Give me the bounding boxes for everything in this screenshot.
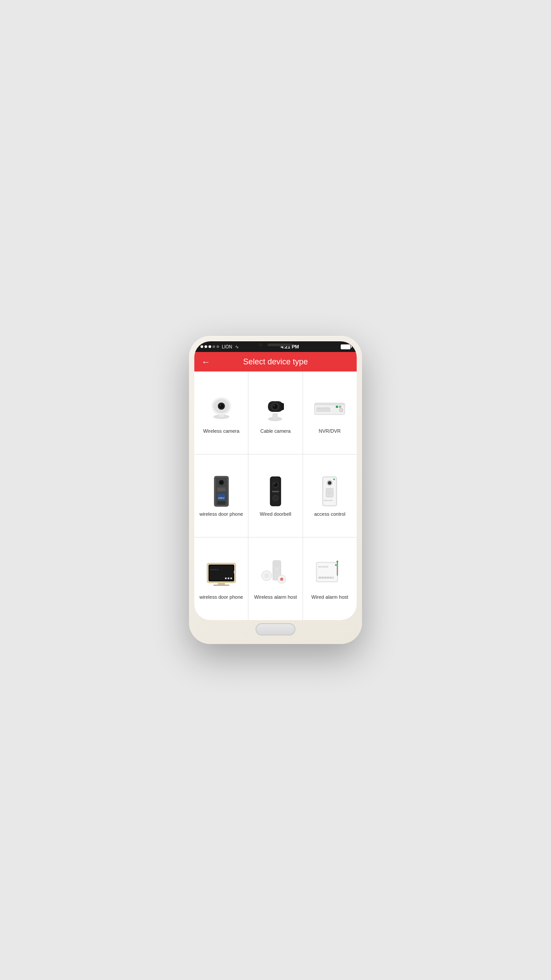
svg-point-80 bbox=[335, 564, 337, 566]
cable-camera-image bbox=[258, 392, 293, 424]
speaker-grille bbox=[268, 344, 292, 346]
signal-dot-3 bbox=[209, 345, 211, 348]
phone-shell: LION ∿ 4:21 PM ← Select device type bbox=[189, 336, 362, 644]
svg-rect-51 bbox=[209, 565, 233, 581]
svg-point-24 bbox=[220, 481, 223, 484]
wired-alarm-host-label: Wired alarm host bbox=[311, 594, 348, 600]
wireless-door-phone-2-label: wireless door phone bbox=[199, 594, 243, 600]
device-grid: Wireless camera bbox=[194, 371, 357, 620]
signal-dot-5 bbox=[216, 345, 219, 348]
svg-point-38 bbox=[273, 496, 278, 500]
top-bar: ← Select device type bbox=[194, 352, 357, 371]
svg-text:HIKV: HIKV bbox=[218, 497, 224, 499]
access-control-image: HIKVISION bbox=[312, 475, 347, 507]
access-control-label: access control bbox=[314, 511, 345, 517]
svg-rect-78 bbox=[327, 577, 329, 578]
signal-dot-2 bbox=[205, 345, 207, 348]
wireless-door-phone-image: HIKV bbox=[204, 475, 239, 507]
svg-rect-60 bbox=[274, 562, 280, 566]
wifi-icon: ∿ bbox=[235, 344, 239, 349]
wired-doorbell-image bbox=[258, 475, 293, 507]
svg-point-62 bbox=[276, 568, 278, 571]
wireless-alarm-host-label: Wireless alarm host bbox=[254, 594, 297, 600]
svg-point-6 bbox=[220, 405, 221, 406]
device-cell-wired-doorbell[interactable]: Wired doorbell bbox=[248, 454, 302, 537]
phone-notch bbox=[259, 343, 292, 347]
svg-rect-15 bbox=[315, 403, 345, 405]
svg-rect-36 bbox=[272, 491, 279, 492]
device-cell-wireless-door-phone[interactable]: HIKV wireless door phone bbox=[194, 454, 248, 537]
status-left: LION ∿ bbox=[201, 344, 239, 349]
svg-point-43 bbox=[328, 481, 330, 482]
nvr-dvr-label: NVR/DVR bbox=[319, 428, 341, 434]
wireless-door-phone-label: wireless door phone bbox=[199, 511, 243, 517]
signal-dot-4 bbox=[213, 345, 215, 348]
svg-point-35 bbox=[274, 483, 275, 484]
nvr-dvr-image: HIKVISION bbox=[312, 392, 347, 424]
svg-rect-17 bbox=[336, 406, 338, 408]
svg-rect-8 bbox=[272, 413, 278, 419]
svg-point-65 bbox=[265, 574, 268, 577]
svg-text:HIKVISION: HIKVISION bbox=[324, 499, 333, 502]
svg-rect-18 bbox=[339, 406, 341, 408]
svg-point-34 bbox=[273, 482, 278, 487]
signal-dot-1 bbox=[201, 345, 203, 348]
svg-point-73 bbox=[337, 561, 338, 562]
back-button[interactable]: ← bbox=[201, 357, 210, 367]
svg-point-56 bbox=[228, 577, 229, 579]
device-cell-wireless-door-phone-2[interactable]: HIKVISION wireless door phone bbox=[194, 537, 248, 620]
status-right bbox=[341, 344, 350, 349]
svg-rect-72 bbox=[337, 561, 338, 576]
device-cell-wired-alarm-host[interactable]: HIKVISION Wired bbox=[303, 537, 357, 620]
svg-text:HIKVISION: HIKVISION bbox=[318, 566, 328, 568]
svg-point-68 bbox=[280, 578, 283, 581]
svg-rect-19 bbox=[316, 408, 331, 412]
svg-point-5 bbox=[219, 404, 224, 408]
svg-rect-45 bbox=[327, 490, 332, 495]
svg-point-11 bbox=[272, 404, 278, 409]
wired-alarm-host-image: HIKVISION bbox=[312, 558, 347, 590]
svg-rect-77 bbox=[324, 577, 326, 578]
svg-rect-13 bbox=[280, 403, 284, 410]
svg-point-20 bbox=[339, 408, 343, 412]
home-button[interactable] bbox=[256, 623, 295, 636]
wired-doorbell-label: Wired doorbell bbox=[260, 511, 291, 517]
front-camera-icon bbox=[259, 343, 262, 347]
device-cell-nvr-dvr[interactable]: HIKVISION NVR/DVR bbox=[303, 371, 357, 454]
svg-rect-52 bbox=[234, 570, 236, 574]
svg-point-47 bbox=[333, 478, 335, 480]
device-cell-access-control[interactable]: HIKVISION access control bbox=[303, 454, 357, 537]
svg-point-57 bbox=[230, 577, 232, 579]
wireless-alarm-host-image bbox=[258, 558, 293, 590]
wireless-camera-label: Wireless camera bbox=[203, 428, 240, 434]
battery-icon bbox=[341, 344, 350, 349]
device-cell-wireless-camera[interactable]: Wireless camera bbox=[194, 371, 248, 454]
device-cell-wireless-alarm-host[interactable]: Wireless alarm host bbox=[248, 537, 302, 620]
svg-rect-76 bbox=[322, 577, 323, 578]
svg-point-12 bbox=[274, 405, 275, 406]
wireless-camera-image bbox=[204, 392, 239, 424]
svg-point-58 bbox=[225, 577, 227, 579]
device-cell-cable-camera[interactable]: Cable camera bbox=[248, 371, 302, 454]
carrier-label: LION bbox=[222, 344, 232, 349]
page-title: Select device type bbox=[216, 357, 335, 367]
svg-rect-27 bbox=[217, 490, 226, 491]
svg-rect-30 bbox=[217, 501, 225, 505]
svg-rect-26 bbox=[217, 489, 226, 490]
svg-rect-79 bbox=[330, 577, 331, 578]
home-button-area bbox=[256, 620, 295, 639]
phone-screen: LION ∿ 4:21 PM ← Select device type bbox=[194, 341, 357, 620]
wireless-door-phone-2-image: HIKVISION bbox=[204, 558, 239, 590]
svg-text:HIKVISION: HIKVISION bbox=[210, 569, 219, 571]
svg-rect-75 bbox=[319, 577, 321, 578]
svg-rect-25 bbox=[217, 488, 226, 489]
svg-rect-54 bbox=[213, 585, 229, 586]
cable-camera-label: Cable camera bbox=[260, 428, 291, 434]
